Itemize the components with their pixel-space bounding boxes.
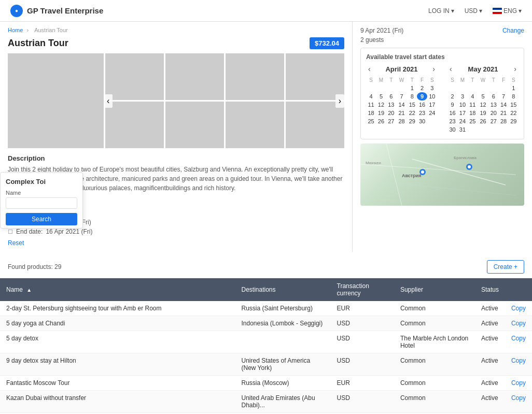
calendar-day[interactable]: 3 — [427, 84, 437, 92]
calendar-day[interactable]: 5 — [478, 92, 488, 101]
calendar-title: Available travel start dates — [366, 53, 519, 61]
calendar-day[interactable]: 15 — [407, 101, 417, 109]
calendar-day[interactable]: 14 — [396, 101, 407, 109]
calendar-day[interactable]: 4 — [468, 92, 478, 101]
calendar-day[interactable]: 11 — [468, 101, 478, 109]
copy-link[interactable]: Copy — [511, 379, 526, 387]
calendar-day[interactable]: 26 — [376, 117, 386, 125]
calendar-day[interactable]: 31 — [457, 125, 467, 134]
calendar-day[interactable]: 21 — [396, 109, 407, 117]
april-prev-button[interactable]: ‹ — [366, 65, 373, 73]
chevron-down-icon: ▾ — [479, 7, 482, 15]
calendar-day[interactable]: 15 — [509, 101, 519, 109]
table-row: 5 day detoxUSDThe Marble Arch London Hot… — [0, 331, 532, 353]
table-row: Fantastic Moscow TourRussia (Moscow)EURC… — [0, 376, 532, 391]
calendar-day[interactable]: 20 — [386, 109, 396, 117]
calendar-day[interactable]: 16 — [447, 109, 457, 117]
search-button[interactable]: Search — [6, 213, 77, 225]
may-prev-button[interactable]: ‹ — [447, 65, 454, 73]
april-next-button[interactable]: › — [430, 65, 437, 73]
breadcrumb-home[interactable]: Home — [8, 27, 23, 33]
cell-name: 9 day detox stay at Hilton — [0, 353, 235, 376]
day-header: M — [376, 76, 386, 84]
calendar-day[interactable]: 8 — [509, 92, 519, 101]
calendar-day[interactable]: 11 — [366, 101, 376, 109]
copy-link[interactable]: Copy — [511, 305, 526, 312]
products-area: Found products: 29 Create + Name ▲ Desti… — [0, 256, 532, 414]
calendar-day[interactable]: 6 — [386, 92, 396, 101]
language-selector[interactable]: ENG ▾ — [493, 7, 522, 15]
calendar-day[interactable]: 18 — [366, 109, 376, 117]
calendar-day[interactable]: 17 — [457, 109, 467, 117]
calendar-day[interactable]: 1 — [407, 84, 417, 92]
create-button[interactable]: Create + — [487, 260, 524, 274]
calendar-day[interactable]: 24 — [457, 117, 467, 125]
calendar-day[interactable]: 5 — [376, 92, 386, 101]
gallery-next-button[interactable]: › — [335, 94, 344, 108]
calendar-day[interactable]: 30 — [417, 117, 427, 125]
calendar-day[interactable]: 9 — [447, 101, 457, 109]
gallery-photo-2 — [105, 53, 164, 100]
calendar-day[interactable]: 22 — [509, 109, 519, 117]
currency-selector[interactable]: USD ▾ — [465, 7, 482, 15]
calendar-day[interactable]: 20 — [488, 109, 498, 117]
calendar-day[interactable]: 2 — [417, 84, 427, 92]
calendar-day[interactable]: 27 — [488, 117, 498, 125]
calendar-day[interactable]: 3 — [457, 92, 467, 101]
calendar-day[interactable]: 28 — [396, 117, 407, 125]
calendar-day[interactable]: 12 — [478, 101, 488, 109]
gallery-prev-button[interactable]: ‹ — [104, 94, 113, 108]
top-navigation: ● GP Travel Enterprise LOG IN ▾ USD ▾ EN… — [0, 0, 532, 22]
calendar-day[interactable]: 1 — [509, 84, 519, 92]
calendar-day[interactable]: 13 — [386, 101, 396, 109]
calendar-day[interactable]: 19 — [478, 109, 488, 117]
copy-link[interactable]: Copy — [511, 394, 526, 402]
calendar-day[interactable]: 7 — [498, 92, 508, 101]
calendar-day[interactable]: 10 — [427, 92, 437, 101]
calendar-day[interactable]: 10 — [457, 101, 467, 109]
may-next-button[interactable]: › — [512, 65, 519, 73]
calendar-day[interactable]: 26 — [478, 117, 488, 125]
col-destinations: Destinations — [235, 278, 330, 301]
calendar-day[interactable]: 27 — [386, 117, 396, 125]
calendar-day[interactable]: 17 — [427, 101, 437, 109]
cell-destinations: United Arab Emirates (Abu Dhabi)... — [235, 391, 330, 413]
calendar-day[interactable]: 4 — [366, 92, 376, 101]
calendar-day[interactable]: 13 — [488, 101, 498, 109]
calendar-day[interactable]: 7 — [396, 92, 407, 101]
calendar-day — [498, 84, 508, 92]
col-name[interactable]: Name ▲ — [0, 278, 235, 301]
calendar-day[interactable]: 24 — [427, 109, 437, 117]
day-header: S — [509, 76, 519, 84]
calendar-day[interactable]: 25 — [366, 117, 376, 125]
calendar-day[interactable]: 29 — [407, 117, 417, 125]
calendar-day[interactable]: 14 — [498, 101, 508, 109]
calendar-day[interactable]: 25 — [468, 117, 478, 125]
end-date-label: End date: — [16, 228, 43, 235]
cell-currency: USD — [331, 331, 394, 353]
reset-link[interactable]: Reset — [8, 239, 24, 247]
name-input[interactable] — [6, 197, 77, 209]
calendar-day[interactable]: 6 — [488, 92, 498, 101]
calendar-day[interactable]: 23 — [447, 117, 457, 125]
calendar-day[interactable]: 18 — [468, 109, 478, 117]
calendar-day[interactable]: 21 — [498, 109, 508, 117]
calendar-day[interactable]: 16 — [417, 101, 427, 109]
calendar-day[interactable]: 19 — [376, 109, 386, 117]
calendar-day[interactable]: 29 — [509, 117, 519, 125]
copy-link[interactable]: Copy — [511, 357, 526, 364]
calendar-day[interactable]: 30 — [447, 125, 457, 134]
calendar-day[interactable]: 22 — [407, 109, 417, 117]
nav-actions: LOG IN ▾ USD ▾ ENG ▾ — [428, 7, 522, 15]
calendar-day — [366, 84, 376, 92]
login-button[interactable]: LOG IN ▾ — [428, 7, 454, 15]
calendar-day[interactable]: 8 — [407, 92, 417, 101]
copy-link[interactable]: Copy — [511, 320, 526, 327]
calendar-day[interactable]: 2 — [447, 92, 457, 101]
calendar-day[interactable]: 28 — [498, 117, 508, 125]
calendar-day[interactable]: 9 — [417, 92, 427, 101]
change-button[interactable]: Change — [502, 27, 524, 34]
copy-link[interactable]: Copy — [511, 335, 526, 342]
calendar-day[interactable]: 23 — [417, 109, 427, 117]
calendar-day[interactable]: 12 — [376, 101, 386, 109]
